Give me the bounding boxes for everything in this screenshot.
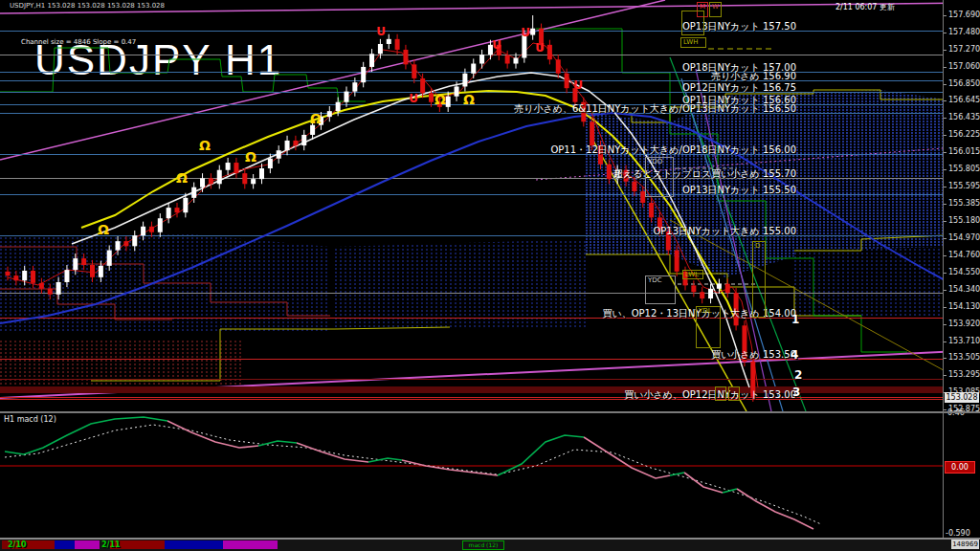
axis-tick <box>944 33 947 33</box>
annotation-layer: OP13日NYカット 157.50OP18日NYカット 157.00売り小さめ … <box>0 0 980 411</box>
price-axis-label: 155.385 <box>948 199 980 208</box>
macd-main-line <box>402 460 498 475</box>
price-axis-label: 157.480 <box>948 28 980 36</box>
scenario-number-marker: 4 <box>791 348 798 362</box>
ref-level-box <box>728 386 740 401</box>
macd-main-line <box>737 489 813 529</box>
price-axis-label: 156.435 <box>948 113 980 121</box>
ref-level-box-d: D <box>752 241 766 318</box>
level-annotation: 買い小さめ 153.50 <box>711 348 796 362</box>
price-chart-canvas[interactable]: USDJPY H1 ΩΩΩΩΩΩΩUUUUUU USDJPY,H1 153.02… <box>0 0 943 411</box>
level-annotation: OP11・12日NYカット大きめ/OP18日NYカット 156.00 <box>550 143 796 157</box>
axis-tick <box>944 50 947 51</box>
macd-main-line <box>167 421 258 448</box>
price-axis-label: 157.270 <box>948 45 980 54</box>
price-axis-label: 154.760 <box>948 251 980 259</box>
price-axis-label: 156.645 <box>948 96 980 104</box>
macd-main-line <box>684 473 723 493</box>
axis-tick <box>944 307 947 308</box>
ref-level-box-w: W <box>709 2 722 17</box>
axis-tick <box>944 342 947 342</box>
ref-level-box-ydc: YDC <box>645 276 676 304</box>
scenario-number-marker: 3 <box>792 386 800 399</box>
price-axis-label: 156.225 <box>948 130 980 139</box>
level-annotation: OP13日NYカット大きめ 155.00 <box>653 225 796 238</box>
session-timeline-strip: 2/102/11macd (12) <box>0 540 980 551</box>
channel-info-text: Channel size = 4846 Slope = 0.47 <box>21 38 136 46</box>
price-axis-label: 155.595 <box>948 182 980 190</box>
axis-tick <box>944 324 947 325</box>
price-axis-label: 154.130 <box>948 302 980 311</box>
axis-tick <box>944 409 947 410</box>
session-bar <box>75 540 100 549</box>
axis-tick <box>944 187 947 187</box>
price-axis-label: 154.340 <box>948 285 980 294</box>
price-axis[interactable]: 153.028 157.690157.480157.270157.060156.… <box>943 0 980 538</box>
mt4-terminal-window: USDJPY H1 ΩΩΩΩΩΩΩUUUUUU USDJPY,H1 153.02… <box>0 0 980 551</box>
macd-panel[interactable]: H1 macd (12) <box>0 413 943 538</box>
macd-drawing-layer <box>0 413 943 538</box>
day-label: 2/11 <box>101 540 121 549</box>
axis-tick <box>944 375 947 376</box>
price-axis-label: 156.015 <box>948 147 980 156</box>
axis-tick <box>944 84 947 85</box>
axis-tick <box>944 152 947 153</box>
axis-tick <box>944 273 947 274</box>
last-updated-timestamp: 2/11 06:07 更新 <box>835 2 895 12</box>
axis-tick <box>944 221 947 222</box>
ref-level-box-ydo: YDO <box>645 157 674 197</box>
scenario-number-marker: 1 <box>791 313 799 326</box>
macd-main-line <box>297 443 368 462</box>
price-axis-label: 156.850 <box>948 79 980 88</box>
scenario-number-marker: 2 <box>794 368 802 382</box>
strip-indicator-label-box: macd (12) <box>462 540 504 550</box>
level-annotation: 超えるとストップロス買い小さめ 155.70 <box>613 167 796 181</box>
price-axis-label: 157.060 <box>948 62 980 71</box>
symbol-ohlc-readout: USDJPY,H1 153.028 153.028 153.028 153.02… <box>10 2 165 10</box>
level-annotation: 売り小さめ、6&11日NYカット大きめ/OP13日NYカット 156.50 <box>514 102 796 116</box>
price-axis-label: 154.970 <box>948 233 980 242</box>
price-axis-label: 154.550 <box>948 268 980 276</box>
panel-separator[interactable] <box>0 411 980 413</box>
level-annotation: OP13日NYカット 155.50 <box>682 184 796 197</box>
ref-level-box <box>715 386 726 401</box>
session-bar <box>165 540 223 549</box>
axis-tick <box>944 290 947 291</box>
macd-main-line <box>368 458 402 462</box>
macd-scale-min: -0.590 <box>946 529 970 538</box>
level-annotation: OP12日NYカット 156.75 <box>682 81 796 95</box>
macd-current-value-badge: 0.00 <box>945 461 975 474</box>
current-price-badge: 153.028 <box>945 392 979 403</box>
macd-main-line <box>670 473 684 475</box>
axis-tick <box>944 100 947 101</box>
price-axis-label: 153.710 <box>948 337 980 345</box>
ref-level-box-lwl: LWL <box>682 270 703 279</box>
price-axis-label: 153.920 <box>948 320 980 328</box>
session-bar <box>55 540 75 549</box>
session-bar <box>223 540 278 549</box>
axis-tick <box>944 15 947 16</box>
price-axis-label: 157.690 <box>948 11 980 19</box>
axis-tick <box>944 118 947 119</box>
ref-level-box <box>681 11 704 35</box>
day-label: 2/10 <box>8 540 27 549</box>
axis-tick <box>944 358 947 359</box>
price-axis-label: 155.180 <box>948 216 980 225</box>
price-axis-label: 153.295 <box>948 370 980 379</box>
level-annotation: 買い小さめ、OP12日NYカット 153.00 <box>624 388 796 402</box>
axis-tick <box>944 135 947 136</box>
axis-tick <box>944 255 947 256</box>
macd-indicator-label: H1 macd (12) <box>4 415 56 424</box>
axis-tick <box>944 238 947 239</box>
axis-tick <box>944 67 947 68</box>
macd-main-line <box>498 435 584 475</box>
macd-main-line <box>584 437 670 478</box>
strip-separator <box>0 538 980 540</box>
ref-level-box-lwh: LWH <box>680 37 706 48</box>
ref-level-box-ydl: YDL <box>696 306 721 348</box>
macd-signal-line <box>5 425 821 524</box>
price-axis-label: 153.505 <box>948 353 980 362</box>
price-axis-label: 155.805 <box>948 165 980 173</box>
corner-value-badge: 148969 <box>951 540 979 549</box>
axis-tick <box>944 204 947 205</box>
